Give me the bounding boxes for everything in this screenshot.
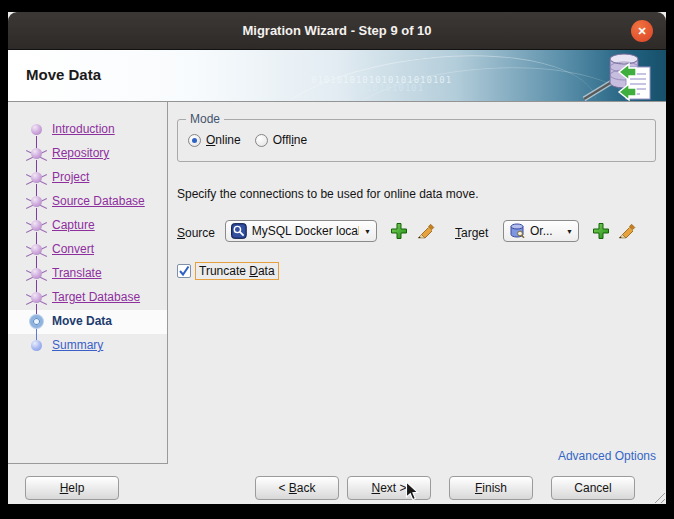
plus-icon [594,224,609,239]
sidebar-item-summary[interactable]: Summary [8,334,167,358]
add-source-connection-button[interactable] [390,222,408,240]
help-button[interactable]: Help [25,476,119,500]
step-sphere-icon [31,340,42,351]
step-sphere-icon [31,292,42,303]
resize-grip[interactable] [652,490,665,503]
step-list: Introduction Repository Project Source D… [8,118,167,358]
truncate-data-row: Truncate Data [177,262,279,280]
wizard-button-bar: Help < Back Next > Finish Cancel [8,467,666,504]
step-sphere-icon [31,196,42,207]
sidebar-item-source-database[interactable]: Source Database [8,190,167,214]
truncate-data-label[interactable]: Truncate Data [195,262,279,280]
wizard-content: Introduction Repository Project Source D… [8,102,666,467]
source-label: Source [177,226,215,240]
truncate-data-checkbox[interactable] [177,264,191,278]
sidebar-item-target-database[interactable]: Target Database [8,286,167,310]
pencil-icon [619,224,635,238]
wizard-header: Move Data 0101010101010101010101 0101010… [8,50,666,102]
offline-radio-label[interactable]: Offline [273,133,307,147]
offline-radio[interactable] [255,134,268,147]
target-connection-icon [509,223,525,239]
title-bar[interactable]: Migration Wizard - Step 9 of 10 ✕ [8,12,666,50]
step-label[interactable]: Introduction [52,122,115,136]
source-connection-dropdown[interactable]: MySQL Docker local ▼ [225,220,377,242]
mode-legend: Mode [186,112,224,126]
step-current-ring-icon [30,315,43,328]
step-label: Move Data [52,314,112,328]
step-label[interactable]: Translate [52,266,102,280]
instruction-text: Specify the connections to be used for o… [177,187,479,201]
step-sphere-icon [31,172,42,183]
edit-target-connection-button[interactable] [618,221,636,239]
window-title: Migration Wizard - Step 9 of 10 [8,12,666,49]
edit-source-connection-button[interactable] [417,221,435,239]
step-label[interactable]: Convert [52,242,94,256]
sidebar-item-introduction[interactable]: Introduction [8,118,167,142]
step-label[interactable]: Summary [52,338,103,352]
target-connection-value: Or... [530,224,553,238]
step-label[interactable]: Target Database [52,290,140,304]
step-label[interactable]: Source Database [52,194,145,208]
advanced-options-link[interactable]: Advanced Options [558,449,656,463]
next-button[interactable]: Next > [347,476,431,500]
finish-button[interactable]: Finish [449,476,533,500]
wizard-step-rail: Introduction Repository Project Source D… [8,102,168,464]
pencil-icon [418,224,434,238]
sidebar-item-repository[interactable]: Repository [8,142,167,166]
plus-icon [392,224,407,239]
check-icon [178,265,190,277]
cancel-button[interactable]: Cancel [551,476,635,500]
dropdown-arrow-icon: ▼ [566,228,573,235]
binary-decor-text: 0101010101 [360,83,424,93]
online-radio[interactable] [188,134,201,147]
database-migration-icon [580,51,654,102]
mode-groupbox: Mode Online Offline [177,119,656,162]
sidebar-item-move-data[interactable]: Move Data [8,310,167,334]
step-label[interactable]: Capture [52,218,95,232]
online-radio-label[interactable]: Online [206,133,241,147]
target-label: Target [455,226,488,240]
dropdown-arrow-icon: ▼ [364,228,371,235]
step-sphere-icon [31,220,42,231]
step-label[interactable]: Project [52,170,89,184]
sidebar-item-project[interactable]: Project [8,166,167,190]
step-sphere-icon [31,124,42,135]
step-sphere-icon [31,244,42,255]
back-button[interactable]: < Back [255,476,339,500]
migration-wizard-window: Migration Wizard - Step 9 of 10 ✕ Move D… [8,12,666,504]
step-sphere-icon [31,148,42,159]
page-title: Move Data [26,66,101,83]
sidebar-item-capture[interactable]: Capture [8,214,167,238]
source-connection-icon [231,223,247,239]
target-connection-dropdown[interactable]: Or... ▼ [503,220,579,242]
add-target-connection-button[interactable] [592,222,610,240]
close-icon[interactable]: ✕ [631,20,653,42]
move-data-panel: Mode Online Offline Specify the connecti… [169,102,666,467]
sidebar-item-translate[interactable]: Translate [8,262,167,286]
step-label[interactable]: Repository [52,146,109,160]
source-connection-value: MySQL Docker local [252,224,359,238]
sidebar-item-convert[interactable]: Convert [8,238,167,262]
step-sphere-icon [31,268,42,279]
